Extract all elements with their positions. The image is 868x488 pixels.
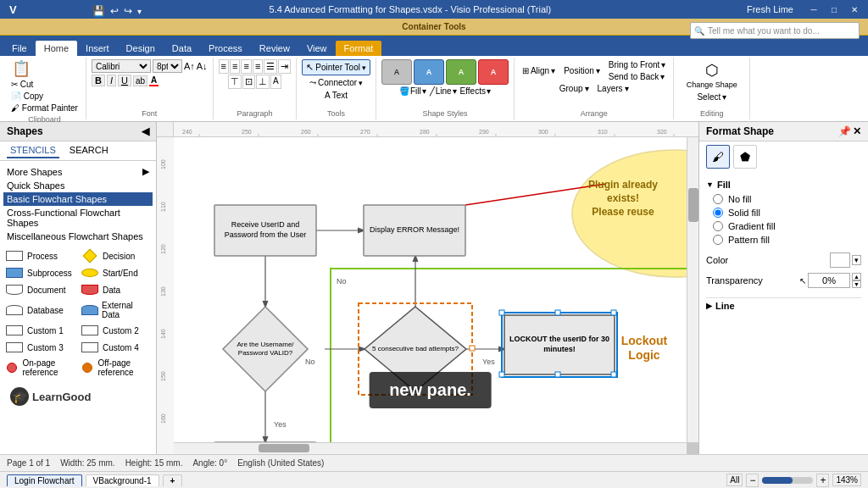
tab-file[interactable]: File — [3, 41, 36, 56]
font-size-small[interactable]: A — [270, 75, 281, 89]
add-page-button[interactable]: + — [163, 474, 183, 486]
fill-solid-fill-radio[interactable] — [713, 208, 723, 218]
transparency-input[interactable] — [808, 273, 850, 288]
fill-section-title[interactable]: ▼ Fill — [706, 177, 861, 192]
vertical-scrollbar[interactable] — [687, 137, 698, 442]
justify-icon[interactable]: ≡ — [253, 59, 263, 74]
shape-style-2[interactable]: A — [414, 59, 444, 85]
shapes-stencils-tab[interactable]: STENCILS — [7, 143, 59, 158]
fill-pattern-fill-radio[interactable] — [713, 235, 723, 245]
line-button[interactable]: ╱ Line▾ — [430, 86, 457, 96]
list-icon[interactable]: ☰ — [264, 59, 277, 74]
shape-on-page[interactable]: On-page reference — [3, 357, 77, 379]
fill-pattern-fill-option[interactable]: Pattern fill — [706, 233, 861, 247]
effects-button[interactable]: Effects▾ — [460, 86, 491, 96]
shape-external-data[interactable]: External Data — [79, 299, 153, 321]
line-section-title[interactable]: ▶ Line — [706, 297, 861, 313]
shape-custom4[interactable]: Custom 4 — [79, 340, 153, 355]
font-color-button[interactable]: A — [149, 75, 159, 86]
tab-format[interactable]: Format — [336, 41, 382, 56]
valign-top-icon[interactable]: ⊤ — [228, 75, 242, 89]
align-button[interactable]: ⊞ Align▾ — [520, 59, 558, 82]
bold-button[interactable]: B — [92, 75, 105, 86]
group-button[interactable]: Group▾ — [557, 83, 592, 94]
shape-document[interactable]: Document — [3, 282, 77, 297]
transparency-up[interactable]: ▲ — [852, 273, 861, 280]
bring-to-front-button[interactable]: Bring to Front▾ — [606, 59, 669, 70]
tab-data[interactable]: Data — [164, 41, 200, 56]
font-shrink-icon[interactable]: A↓ — [197, 61, 208, 71]
align-left-icon[interactable]: ≡ — [219, 59, 229, 74]
shape-style-3[interactable]: A — [446, 59, 476, 85]
pointer-tool-button[interactable]: ↖ Pointer Tool ▾ — [302, 59, 370, 75]
shapes-quick-section[interactable]: Quick Shapes — [3, 179, 153, 192]
fill-no-fill-radio[interactable] — [713, 194, 723, 204]
tab-home[interactable]: Home — [36, 41, 77, 56]
shapes-cross-functional-section[interactable]: Cross-Functional Flowchart Shapes — [3, 206, 153, 230]
fill-no-fill-option[interactable]: No fill — [706, 192, 861, 206]
tab-design[interactable]: Design — [118, 41, 164, 56]
fill-solid-fill-option[interactable]: Solid fill — [706, 206, 861, 219]
tab-review[interactable]: Review — [251, 41, 298, 56]
shapes-miscellaneous-section[interactable]: Miscellaneous Flowchart Shapes — [3, 230, 153, 243]
copy-button[interactable]: 📄 Copy — [8, 91, 46, 102]
zoom-all-button[interactable]: All — [726, 474, 743, 486]
fill-gradient-fill-radio[interactable] — [713, 221, 723, 231]
align-right-icon[interactable]: ≡ — [241, 59, 251, 74]
zoom-minus-icon[interactable]: − — [746, 474, 759, 487]
canvas-background[interactable]: Receive UserID and Password from the Use… — [174, 137, 687, 442]
fill-color-picker[interactable] — [830, 252, 850, 268]
shape-off-page[interactable]: Off-page reference — [79, 357, 153, 379]
connector-button[interactable]: ⤳ Connector ▾ — [307, 77, 365, 88]
cut-button[interactable]: ✂ Cut — [8, 79, 36, 90]
shape-custom1[interactable]: Custom 1 — [3, 323, 77, 338]
connector-dropdown[interactable]: ▾ — [359, 79, 363, 87]
align-center-icon[interactable]: ≡ — [230, 59, 240, 74]
tab-view[interactable]: View — [298, 41, 336, 56]
shape-decision[interactable]: Decision — [79, 248, 153, 263]
shape-database[interactable]: Database — [3, 299, 77, 321]
font-size-select[interactable]: 8pt. — [153, 59, 182, 73]
minimize-button[interactable]: ─ — [807, 3, 821, 16]
shape-style-4[interactable]: A — [478, 59, 509, 85]
undo-icon[interactable]: ↩ — [110, 5, 119, 17]
format-painter-button[interactable]: 🖌 Format Painter — [8, 103, 81, 114]
paste-button[interactable]: 📋 — [8, 59, 34, 78]
shape-style-1[interactable]: A — [381, 59, 412, 85]
tab-insert[interactable]: Insert — [77, 41, 118, 56]
select-button[interactable]: Select▾ — [694, 92, 729, 103]
font-name-select[interactable]: Calibri — [92, 59, 151, 73]
italic-button[interactable]: I — [107, 75, 116, 86]
shapes-search-tab[interactable]: SEARCH — [66, 143, 112, 158]
layers-button[interactable]: Layers▾ — [595, 83, 632, 94]
shape-custom2[interactable]: Custom 2 — [79, 323, 153, 338]
send-to-back-button[interactable]: Send to Back▾ — [606, 71, 669, 82]
valign-mid-icon[interactable]: ⊡ — [242, 75, 255, 89]
zoom-slider[interactable] — [762, 477, 813, 484]
format-shape-close-icon[interactable]: ✕ — [853, 125, 861, 137]
underline-button[interactable]: U — [118, 75, 131, 86]
text-button[interactable]: A Text — [322, 90, 350, 101]
search-input-placeholder[interactable]: Tell me what you want to do... — [708, 26, 820, 36]
fs-tab-fill[interactable]: 🖌 — [706, 145, 730, 169]
close-button[interactable]: ✕ — [848, 3, 861, 16]
zoom-value[interactable]: 143% — [832, 474, 861, 486]
shapes-more-section[interactable]: More Shapes ▶ — [3, 164, 153, 179]
shape-custom3[interactable]: Custom 3 — [3, 340, 77, 355]
indent-icon[interactable]: ⇥ — [278, 59, 291, 74]
page-tab-vbackground[interactable]: VBackground-1 — [86, 474, 159, 486]
quick-access-dropdown[interactable]: ▾ — [137, 7, 142, 16]
shape-startend[interactable]: Start/End — [79, 265, 153, 280]
shapes-collapse-icon[interactable]: ◀ — [142, 125, 149, 137]
transparency-down[interactable]: ▼ — [852, 280, 861, 288]
shapes-basic-flowchart-section[interactable]: Basic Flowchart Shapes — [3, 192, 153, 206]
zoom-plus-icon[interactable]: + — [816, 474, 829, 487]
save-icon[interactable]: 💾 — [92, 5, 105, 17]
redo-icon[interactable]: ↪ — [124, 5, 132, 17]
horizontal-scrollbar[interactable] — [174, 442, 687, 454]
format-shape-pin-icon[interactable]: 📌 — [838, 125, 851, 137]
page-tab-login-flowchart[interactable]: Login Flowchart — [7, 474, 82, 486]
fs-tab-shape[interactable]: ⬟ — [733, 145, 757, 169]
pointer-dropdown-icon[interactable]: ▾ — [362, 64, 366, 72]
fill-button[interactable]: 🪣 Fill▾ — [399, 86, 426, 96]
